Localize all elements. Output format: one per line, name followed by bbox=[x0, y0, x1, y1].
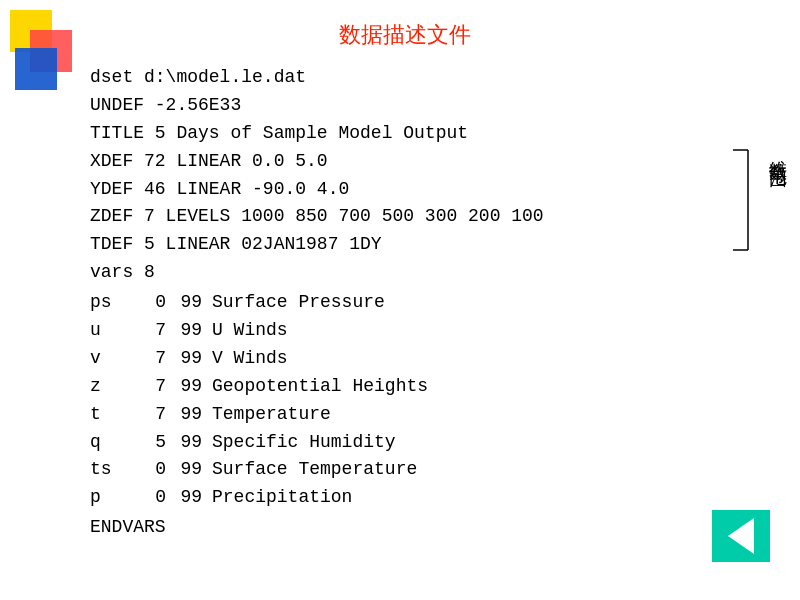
table-row: z799Geopotential Heights bbox=[90, 373, 720, 401]
line-ydef: YDEF 46 LINEAR -90.0 4.0 bbox=[90, 176, 720, 204]
logo bbox=[10, 10, 90, 90]
var-units: 99 bbox=[166, 456, 202, 484]
var-levels: 7 bbox=[138, 317, 166, 345]
var-name: q bbox=[90, 429, 138, 457]
var-name: z bbox=[90, 373, 138, 401]
var-description: U Winds bbox=[212, 317, 288, 345]
line-tdef: TDEF 5 LINEAR 02JAN1987 1DY bbox=[90, 231, 720, 259]
var-levels: 7 bbox=[138, 373, 166, 401]
back-arrow-icon bbox=[728, 518, 754, 554]
var-units: 99 bbox=[166, 484, 202, 512]
var-levels: 0 bbox=[138, 456, 166, 484]
var-units: 99 bbox=[166, 429, 202, 457]
logo-blue bbox=[15, 48, 57, 90]
var-name: t bbox=[90, 401, 138, 429]
var-name: u bbox=[90, 317, 138, 345]
sidebar-dimension-label: 维数范围 bbox=[764, 145, 792, 161]
var-units: 99 bbox=[166, 401, 202, 429]
var-description: Surface Temperature bbox=[212, 456, 417, 484]
table-row: ps099Surface Pressure bbox=[90, 289, 720, 317]
line-dset: dset d:\model.le.dat bbox=[90, 64, 720, 92]
var-units: 99 bbox=[166, 373, 202, 401]
line-endvars: ENDVARS bbox=[90, 514, 720, 542]
var-levels: 0 bbox=[138, 484, 166, 512]
line-title: TITLE 5 Days of Sample Model Output bbox=[90, 120, 720, 148]
back-button[interactable] bbox=[712, 510, 770, 562]
line-undef: UNDEF -2.56E33 bbox=[90, 92, 720, 120]
line-xdef: XDEF 72 LINEAR 0.0 5.0 bbox=[90, 148, 720, 176]
line-zdef: ZDEF 7 LEVELS 1000 850 700 500 300 200 1… bbox=[90, 203, 720, 231]
var-levels: 7 bbox=[138, 401, 166, 429]
var-name: ts bbox=[90, 456, 138, 484]
table-row: t799Temperature bbox=[90, 401, 720, 429]
var-name: v bbox=[90, 345, 138, 373]
var-name: ps bbox=[90, 289, 138, 317]
var-units: 99 bbox=[166, 289, 202, 317]
var-description: Specific Humidity bbox=[212, 429, 396, 457]
page-title: 数据描述文件 bbox=[90, 20, 720, 50]
table-row: ts099Surface Temperature bbox=[90, 456, 720, 484]
var-description: V Winds bbox=[212, 345, 288, 373]
main-content: 数据描述文件 dset d:\model.le.dat UNDEF -2.56E… bbox=[90, 20, 720, 542]
var-name: p bbox=[90, 484, 138, 512]
table-row: u799U Winds bbox=[90, 317, 720, 345]
var-units: 99 bbox=[166, 317, 202, 345]
table-row: p099Precipitation bbox=[90, 484, 720, 512]
var-levels: 7 bbox=[138, 345, 166, 373]
table-row: v799V Winds bbox=[90, 345, 720, 373]
var-description: Precipitation bbox=[212, 484, 352, 512]
var-description: Geopotential Heights bbox=[212, 373, 428, 401]
table-row: q599Specific Humidity bbox=[90, 429, 720, 457]
var-levels: 5 bbox=[138, 429, 166, 457]
variables-table: ps099Surface Pressureu799U Windsv799V Wi… bbox=[90, 289, 720, 512]
dimension-bracket bbox=[728, 145, 758, 255]
line-vars: vars 8 bbox=[90, 259, 720, 287]
var-units: 99 bbox=[166, 345, 202, 373]
var-levels: 0 bbox=[138, 289, 166, 317]
var-description: Temperature bbox=[212, 401, 331, 429]
var-description: Surface Pressure bbox=[212, 289, 385, 317]
